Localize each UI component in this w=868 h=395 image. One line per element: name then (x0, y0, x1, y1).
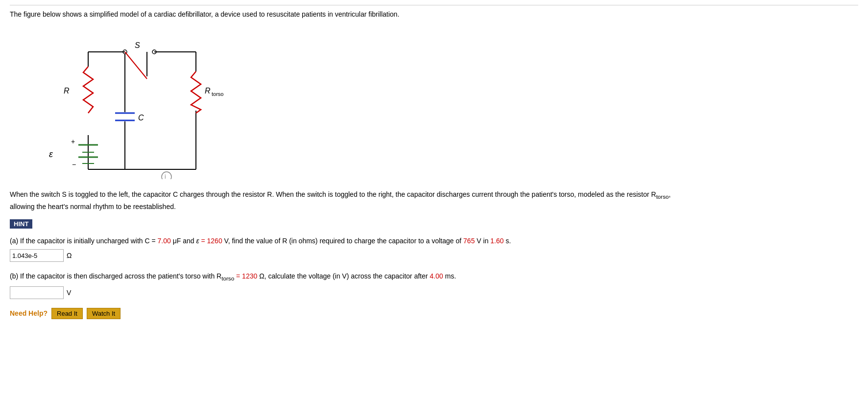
circuit-area: + − ε R S (10, 27, 858, 184)
part-a-input[interactable] (10, 249, 64, 262)
svg-line-19 (125, 52, 147, 79)
part-b-label: (b) If the capacitor is then discharged … (10, 271, 858, 283)
svg-text:−: − (72, 161, 76, 168)
read-it-button[interactable]: Read It (51, 308, 83, 319)
intro-text: The figure below shows a simplified mode… (10, 9, 858, 20)
svg-text:R: R (64, 87, 70, 95)
part-b-answer-row: V (10, 286, 858, 299)
svg-text:C: C (138, 114, 144, 122)
need-help-label: Need Help? (10, 309, 48, 317)
svg-text:+: + (71, 138, 75, 145)
part-a-unit: Ω (67, 252, 72, 259)
circuit-diagram: + − ε R S (10, 27, 265, 184)
svg-text:ε: ε (49, 149, 53, 159)
part-b-unit: V (67, 289, 71, 297)
description-text: When the switch S is toggled to the left… (10, 189, 696, 212)
part-a-answer-row: Ω (10, 249, 858, 262)
svg-text:R: R (205, 87, 211, 95)
svg-text:S: S (135, 41, 140, 49)
svg-point-32 (162, 172, 171, 179)
need-help-row: Need Help? Read It Watch It (10, 308, 858, 319)
svg-text:torso: torso (212, 91, 223, 97)
part-a-label: (a) If the capacitor is initially unchar… (10, 235, 858, 246)
part-b-input[interactable] (10, 286, 64, 299)
svg-text:i: i (165, 173, 166, 179)
watch-it-button[interactable]: Watch It (87, 308, 121, 319)
hint-button[interactable]: HINT (10, 219, 32, 229)
